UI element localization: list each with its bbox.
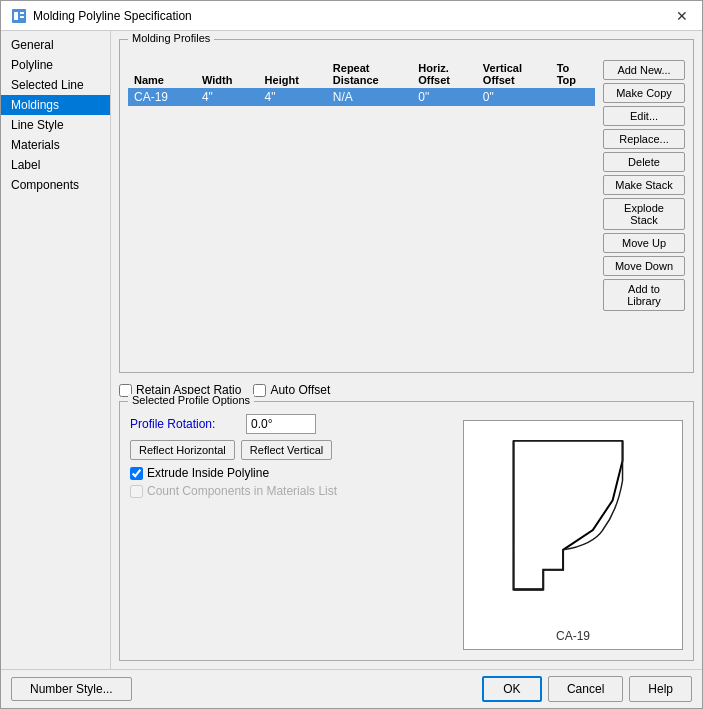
- dialog-window: Molding Polyline Specification ✕ General…: [0, 0, 703, 709]
- profile-buttons: Add New... Make Copy Edit... Replace... …: [599, 50, 689, 366]
- reflect-horizontal-button[interactable]: Reflect Horizontal: [130, 440, 235, 460]
- profiles-table-container: Name Width Height RepeatDistance Horiz.O…: [128, 60, 595, 362]
- auto-offset-label: Auto Offset: [270, 383, 330, 397]
- count-checkbox: [130, 485, 143, 498]
- profile-svg: [464, 421, 682, 649]
- profile-rotation-label: Profile Rotation:: [130, 417, 240, 431]
- dialog-icon: [11, 8, 27, 24]
- add-new-button[interactable]: Add New...: [603, 60, 685, 80]
- sidebar-item-materials[interactable]: Materials: [1, 135, 110, 155]
- auto-offset-checkbox[interactable]: [253, 384, 266, 397]
- extrude-checkbox-label[interactable]: Extrude Inside Polyline: [130, 466, 269, 480]
- col-height: Height: [259, 60, 327, 88]
- extrude-row: Extrude Inside Polyline: [130, 466, 453, 480]
- dialog-title: Molding Polyline Specification: [33, 9, 192, 23]
- selected-profile-options-label: Selected Profile Options: [128, 394, 254, 406]
- main-content: Molding Profiles Name Width Height Repea…: [111, 31, 702, 669]
- auto-offset-checkbox-label[interactable]: Auto Offset: [253, 383, 330, 397]
- extrude-checkbox[interactable]: [130, 467, 143, 480]
- sidebar-item-selected-line[interactable]: Selected Line: [1, 75, 110, 95]
- make-stack-button[interactable]: Make Stack: [603, 175, 685, 195]
- ok-button[interactable]: OK: [482, 676, 542, 702]
- edit-button[interactable]: Edit...: [603, 106, 685, 126]
- svg-rect-3: [20, 16, 24, 18]
- profile-rotation-row: Profile Rotation:: [130, 414, 453, 434]
- preview-label: CA-19: [556, 629, 590, 643]
- col-name: Name: [128, 60, 196, 88]
- footer-right: OK Cancel Help: [482, 676, 692, 702]
- replace-button[interactable]: Replace...: [603, 129, 685, 149]
- count-row: Count Components in Materials List: [130, 484, 453, 498]
- count-label: Count Components in Materials List: [147, 484, 337, 498]
- cell-top: [551, 88, 595, 106]
- cell-height: 4": [259, 88, 327, 106]
- sidebar-item-moldings[interactable]: Moldings: [1, 95, 110, 115]
- table-row[interactable]: CA-19 4" 4" N/A 0" 0": [128, 88, 595, 106]
- col-width: Width: [196, 60, 259, 88]
- sidebar-item-components[interactable]: Components: [1, 175, 110, 195]
- cell-vert: 0": [477, 88, 551, 106]
- title-bar-left: Molding Polyline Specification: [11, 8, 192, 24]
- sidebar-item-polyline[interactable]: Polyline: [1, 55, 110, 75]
- col-repeat: RepeatDistance: [327, 60, 412, 88]
- reflect-vertical-button[interactable]: Reflect Vertical: [241, 440, 332, 460]
- reflect-row: Reflect Horizontal Reflect Vertical: [130, 440, 453, 460]
- count-checkbox-label: Count Components in Materials List: [130, 484, 337, 498]
- svg-rect-1: [14, 12, 18, 20]
- cell-name: CA-19: [128, 88, 196, 106]
- col-horiz: Horiz.Offset: [412, 60, 477, 88]
- profile-rotation-input[interactable]: [246, 414, 316, 434]
- footer-left: Number Style...: [11, 677, 132, 701]
- sidebar-item-line-style[interactable]: Line Style: [1, 115, 110, 135]
- options-left: Profile Rotation: Reflect Horizontal Ref…: [130, 410, 453, 650]
- explode-stack-button[interactable]: Explode Stack: [603, 198, 685, 230]
- extrude-label: Extrude Inside Polyline: [147, 466, 269, 480]
- close-button[interactable]: ✕: [672, 6, 692, 26]
- cell-repeat: N/A: [327, 88, 412, 106]
- make-copy-button[interactable]: Make Copy: [603, 83, 685, 103]
- selected-profile-options: Selected Profile Options Profile Rotatio…: [119, 401, 694, 661]
- move-down-button[interactable]: Move Down: [603, 256, 685, 276]
- number-style-button[interactable]: Number Style...: [11, 677, 132, 701]
- help-button[interactable]: Help: [629, 676, 692, 702]
- sidebar-item-general[interactable]: General: [1, 35, 110, 55]
- sidebar: General Polyline Selected Line Moldings …: [1, 31, 111, 669]
- profile-preview: CA-19: [463, 420, 683, 650]
- col-top: ToTop: [551, 60, 595, 88]
- profiles-table: Name Width Height RepeatDistance Horiz.O…: [128, 60, 595, 106]
- dialog-body: General Polyline Selected Line Moldings …: [1, 31, 702, 669]
- molding-profiles-label: Molding Profiles: [128, 32, 214, 44]
- col-vert: VerticalOffset: [477, 60, 551, 88]
- move-up-button[interactable]: Move Up: [603, 233, 685, 253]
- delete-button[interactable]: Delete: [603, 152, 685, 172]
- dialog-footer: Number Style... OK Cancel Help: [1, 669, 702, 708]
- cell-width: 4": [196, 88, 259, 106]
- title-bar: Molding Polyline Specification ✕: [1, 1, 702, 31]
- cancel-button[interactable]: Cancel: [548, 676, 623, 702]
- sidebar-item-label[interactable]: Label: [1, 155, 110, 175]
- add-to-library-button[interactable]: Add to Library: [603, 279, 685, 311]
- svg-rect-2: [20, 12, 24, 14]
- cell-horiz: 0": [412, 88, 477, 106]
